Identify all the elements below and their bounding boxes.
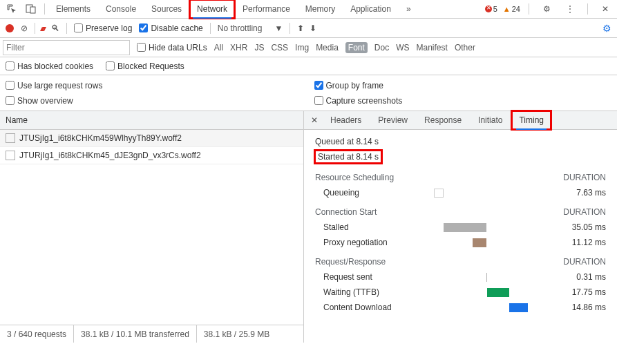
type-other[interactable]: Other	[455, 43, 475, 52]
section-title: Resource Scheduling	[315, 173, 394, 182]
type-media[interactable]: Media	[316, 43, 339, 52]
table-row[interactable]: JTURjIg1_i6t8kCHKm45_dJE3gnD_vx3rCs.woff…	[0, 147, 303, 164]
group-frame-label: Group by frame	[326, 81, 383, 90]
download-bar	[509, 303, 528, 312]
tab-console[interactable]: Console	[99, 0, 143, 18]
devtools-top-bar: Elements Console Sources Network Perform…	[0, 0, 617, 19]
tab-application[interactable]: Application	[343, 0, 398, 18]
tab-memory[interactable]: Memory	[298, 0, 342, 18]
request-name: JTURjIg1_i6t8kCHKm45_dJE3gnD_vx3rCs.woff…	[19, 151, 201, 160]
more-icon[interactable]: ⋮	[561, 0, 579, 18]
ttfb-bar	[487, 288, 509, 297]
display-options: Use large request rows Show overview Gro…	[0, 75, 617, 111]
type-manifest[interactable]: Manifest	[417, 43, 448, 52]
type-img[interactable]: Img	[295, 43, 309, 52]
tab-preview[interactable]: Preview	[371, 111, 415, 129]
show-overview-label: Show overview	[17, 96, 73, 106]
tab-headers[interactable]: Headers	[323, 111, 368, 129]
clear-icon[interactable]: ⊘	[21, 23, 28, 33]
preserve-log-label: Preserve log	[86, 23, 132, 33]
hide-data-urls-checkbox[interactable]: Hide data URLs	[137, 43, 207, 52]
queued-at: Queued at 8.14 s	[315, 137, 606, 146]
type-doc[interactable]: Doc	[374, 43, 389, 52]
type-all[interactable]: All	[214, 43, 223, 52]
preserve-log-checkbox[interactable]: Preserve log	[74, 23, 132, 33]
download-value: 14.86 ms	[558, 303, 606, 312]
duration-header: DURATION	[563, 173, 606, 182]
download-icon[interactable]: ⬇	[310, 23, 316, 33]
request-name: JTUSjIg1_i6t8kCHKm459WlhyyTh89Y.woff2	[19, 133, 182, 143]
svg-rect-1	[30, 7, 35, 13]
tab-network[interactable]: Network	[190, 0, 234, 18]
settings-icon[interactable]: ⚙	[538, 0, 556, 18]
type-font[interactable]: Font	[345, 42, 368, 53]
ttfb-value: 17.75 ms	[558, 287, 606, 297]
type-filters: All XHR JS CSS Img Media Font Doc WS Man…	[214, 42, 475, 53]
type-ws[interactable]: WS	[396, 43, 409, 52]
request-sent-value: 0.31 ms	[558, 272, 606, 282]
tab-response[interactable]: Response	[417, 111, 468, 129]
blocked-bar: Has blocked cookies Blocked Requests	[0, 57, 617, 75]
inspect-icon[interactable]	[3, 0, 21, 18]
filter-input[interactable]	[3, 40, 130, 55]
error-icon: ✕	[485, 6, 492, 12]
large-rows-checkbox[interactable]: Use large request rows	[6, 81, 303, 90]
table-row[interactable]: JTUSjIg1_i6t8kCHKm459WlhyyTh89Y.woff2	[0, 130, 303, 147]
capture-screenshots-checkbox[interactable]: Capture screenshots	[314, 96, 612, 106]
stalled-value: 35.05 ms	[558, 222, 606, 232]
stalled-bar	[444, 223, 486, 232]
warning-badge[interactable]: ▲24	[503, 5, 520, 13]
request-sent-bar	[486, 273, 487, 282]
warning-count: 24	[512, 5, 520, 13]
tab-initiator[interactable]: Initiato	[471, 111, 509, 129]
group-frame-checkbox[interactable]: Group by frame	[314, 81, 612, 90]
record-button[interactable]	[6, 24, 14, 32]
disable-cache-label: Disable cache	[151, 23, 202, 33]
error-badge[interactable]: ✕5	[485, 5, 497, 13]
blocked-cookies-checkbox[interactable]: Has blocked cookies	[6, 61, 93, 71]
column-header-name[interactable]: Name	[0, 111, 303, 130]
tab-elements[interactable]: Elements	[49, 0, 97, 18]
section-title: Request/Response	[315, 257, 386, 267]
network-settings-icon[interactable]: ⚙	[602, 23, 611, 34]
blocked-requests-checkbox[interactable]: Blocked Requests	[106, 61, 184, 71]
capture-ss-label: Capture screenshots	[326, 96, 403, 106]
duration-header: DURATION	[563, 207, 606, 217]
network-toolbar: ⊘ ▾▴ 🔍︎ Preserve log Disable cache No th…	[0, 19, 617, 38]
type-js[interactable]: JS	[254, 43, 264, 52]
duration-header: DURATION	[563, 257, 606, 267]
disable-cache-checkbox[interactable]: Disable cache	[139, 23, 202, 33]
transferred-size: 38.1 kB / 10.1 MB transferred	[74, 325, 197, 343]
queueing-label: Queueing	[323, 188, 434, 198]
requests-count: 3 / 640 requests	[0, 325, 74, 343]
queueing-value: 7.63 ms	[558, 188, 606, 198]
close-icon[interactable]: ✕	[596, 0, 614, 18]
close-details-icon[interactable]: ✕	[308, 115, 321, 125]
details-panel: ✕ Headers Preview Response Initiato Timi…	[304, 111, 617, 343]
stalled-label: Stalled	[323, 222, 434, 232]
tab-sources[interactable]: Sources	[144, 0, 189, 18]
show-overview-checkbox[interactable]: Show overview	[6, 96, 303, 106]
resources-size: 38.1 kB / 25.9 MB	[197, 325, 276, 343]
type-xhr[interactable]: XHR	[230, 43, 247, 52]
large-rows-label: Use large request rows	[17, 81, 102, 90]
proxy-value: 11.12 ms	[558, 238, 606, 247]
tab-timing[interactable]: Timing	[512, 111, 551, 129]
upload-icon[interactable]: ⬆	[297, 23, 304, 33]
tab-more[interactable]: »	[399, 0, 418, 18]
request-list: Name JTUSjIg1_i6t8kCHKm459WlhyyTh89Y.wof…	[0, 111, 304, 343]
queueing-bar	[434, 189, 444, 198]
filter-icon[interactable]: ▾▴	[42, 23, 44, 33]
blocked-cookies-label: Has blocked cookies	[17, 61, 93, 71]
request-sent-label: Request sent	[323, 272, 434, 282]
device-toggle-icon[interactable]	[22, 0, 40, 18]
type-css[interactable]: CSS	[271, 43, 288, 52]
proxy-bar	[473, 238, 486, 247]
download-label: Content Download	[323, 303, 434, 312]
tab-performance[interactable]: Performance	[236, 0, 297, 18]
error-count: 5	[493, 5, 497, 13]
search-icon[interactable]: 🔍︎	[51, 23, 59, 33]
throttling-select[interactable]: No throttling▼	[218, 23, 283, 33]
timing-panel: Queued at 8.14 s Started at 8.14 s Resou…	[304, 130, 617, 343]
section-title: Connection Start	[315, 207, 377, 217]
